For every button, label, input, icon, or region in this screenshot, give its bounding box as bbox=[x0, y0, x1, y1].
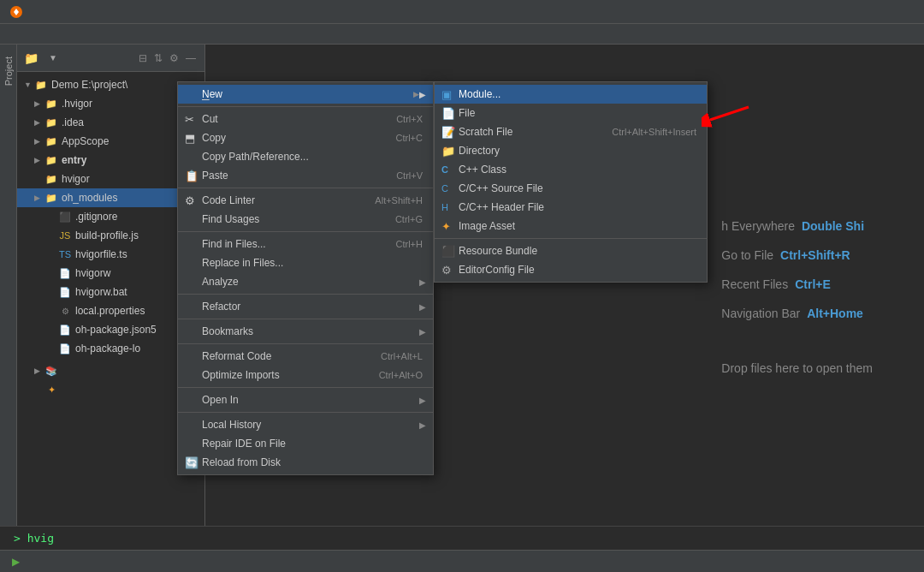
menu-item-copy-path[interactable]: Copy Path/Reference... bbox=[178, 147, 433, 166]
menu-item-replace-in-files[interactable]: Replace in Files... bbox=[178, 253, 433, 272]
menu-tools[interactable] bbox=[113, 33, 125, 36]
menu-window[interactable] bbox=[140, 33, 152, 36]
menu-item-code-linter[interactable]: ⚙ Code Linter Alt+Shift+H bbox=[178, 191, 433, 210]
menu-item-bookmarks-label: Bookmarks bbox=[202, 325, 253, 337]
submenu-item-image-asset-label: Image Asset bbox=[459, 220, 515, 232]
menu-vcs[interactable] bbox=[127, 33, 139, 36]
submenu-item-resource-bundle[interactable]: ⬛ Resource Bundle bbox=[435, 241, 707, 260]
menu-run[interactable] bbox=[99, 33, 111, 36]
context-menu: New ▶ ✂ Cut Ctrl+X ⬒ Copy Ctrl+C Copy Pa… bbox=[177, 81, 434, 475]
menu-item-repair-ide-label: Repair IDE on File bbox=[202, 438, 286, 450]
tree-arrow: ▶ bbox=[34, 137, 44, 146]
submenu-item-file-label: File bbox=[459, 107, 475, 119]
folder-icon: 📁 bbox=[44, 172, 58, 186]
menu-item-local-history[interactable]: Local History ▶ bbox=[178, 415, 433, 434]
menu-item-optimize-imports-label: Optimize Imports bbox=[202, 369, 280, 381]
menu-item-cut-label: Cut bbox=[202, 113, 218, 125]
folder-icon: 📁 bbox=[24, 51, 38, 65]
editor-hints: h Everywhere Double Shi Go to File Ctrl+… bbox=[721, 219, 873, 375]
submenu-item-module[interactable]: ▣ Module... bbox=[435, 85, 707, 104]
submenu-item-cpp-header[interactable]: H C/C++ Header File bbox=[435, 198, 707, 217]
library-icon: 📚 bbox=[44, 364, 58, 378]
find-usages-shortcut: Ctrl+G bbox=[378, 214, 423, 224]
tree-arrow: ▶ bbox=[34, 366, 44, 375]
tree-item-label: local.properties bbox=[75, 305, 145, 317]
tree-item-label: .idea bbox=[62, 116, 84, 128]
bookmarks-arrow: ▶ bbox=[419, 327, 426, 337]
tree-item-label: Demo E:\project\ bbox=[51, 79, 127, 91]
submenu-item-cpp-class[interactable]: C C++ Class bbox=[435, 160, 707, 179]
submenu-item-resource-bundle-label: Resource Bundle bbox=[459, 245, 537, 257]
separator bbox=[178, 106, 433, 107]
menu-item-reformat-label: Reformat Code bbox=[202, 350, 271, 362]
separator bbox=[178, 343, 433, 344]
menu-code[interactable] bbox=[58, 33, 70, 36]
separator bbox=[178, 412, 433, 413]
menu-item-reformat[interactable]: Reformat Code Ctrl+Alt+L bbox=[178, 347, 433, 366]
git-icon: ⬛ bbox=[58, 210, 72, 223]
submenu-item-cpp-source[interactable]: C C/C++ Source File bbox=[435, 179, 707, 198]
project-dropdown-arrow[interactable]: ▼ bbox=[49, 53, 57, 63]
cpp-header-icon: H bbox=[441, 202, 448, 212]
menu-navigate[interactable] bbox=[44, 33, 56, 36]
menu-item-paste[interactable]: 📋 Paste Ctrl+V bbox=[178, 166, 433, 185]
menu-item-analyze[interactable]: Analyze ▶ bbox=[178, 272, 433, 291]
copy-icon: ⬒ bbox=[185, 132, 195, 145]
menu-item-reload-disk-label: Reload from Disk bbox=[202, 456, 281, 468]
hint-nav-text: Navigation Bar bbox=[721, 307, 800, 320]
menu-file[interactable] bbox=[3, 33, 15, 36]
menu-item-repair-ide[interactable]: Repair IDE on File bbox=[178, 434, 433, 453]
project-header-icons: ⊟ ⇅ ⚙ — bbox=[137, 51, 198, 65]
menu-refactor[interactable] bbox=[72, 33, 84, 36]
tree-arrow: ▼ bbox=[24, 80, 34, 89]
menu-item-bookmarks[interactable]: Bookmarks ▶ bbox=[178, 322, 433, 341]
menu-item-copy-label: Copy bbox=[202, 132, 226, 144]
menu-item-cut[interactable]: ✂ Cut Ctrl+X bbox=[178, 110, 433, 128]
submenu-item-image-asset[interactable]: ✦ Image Asset bbox=[435, 217, 707, 235]
menu-item-open-in[interactable]: Open In ▶ bbox=[178, 390, 433, 409]
tree-item-label: entry bbox=[62, 154, 86, 166]
file-icon: 📄 bbox=[58, 266, 72, 280]
folder-icon: 📁 bbox=[44, 116, 58, 129]
filter-icon[interactable]: ⚙ bbox=[168, 51, 181, 65]
menu-item-replace-in-files-label: Replace in Files... bbox=[202, 257, 283, 269]
menu-item-copy[interactable]: ⬒ Copy Ctrl+C bbox=[178, 128, 433, 147]
menu-item-find-in-files[interactable]: Find in Files... Ctrl+H bbox=[178, 235, 433, 253]
hint-recent-text: Recent Files bbox=[721, 277, 788, 291]
local-history-arrow: ▶ bbox=[419, 420, 426, 430]
menu-item-new[interactable]: New ▶ bbox=[178, 85, 433, 104]
submenu-item-scratch-file[interactable]: 📝 Scratch File Ctrl+Alt+Shift+Insert bbox=[435, 122, 707, 141]
title-bar bbox=[0, 0, 924, 24]
sort-icon[interactable]: ⇅ bbox=[152, 51, 164, 65]
menu-build[interactable] bbox=[86, 33, 98, 36]
menu-item-refactor[interactable]: Refactor ▶ bbox=[178, 297, 433, 316]
project-tab-label[interactable]: Project bbox=[2, 53, 15, 89]
close-panel-icon[interactable]: — bbox=[184, 51, 198, 65]
file-icon: 📄 bbox=[58, 323, 72, 337]
cut-shortcut: Ctrl+X bbox=[379, 114, 423, 124]
run-triangle-icon[interactable]: ▶ bbox=[12, 556, 20, 568]
cut-icon: ✂ bbox=[185, 113, 194, 126]
menu-item-analyze-label: Analyze bbox=[202, 276, 239, 288]
submenu-item-editorconfig[interactable]: ⚙ EditorConfig File bbox=[435, 260, 707, 279]
status-bar: ▶ bbox=[0, 550, 924, 572]
directory-icon: 📁 bbox=[441, 145, 455, 158]
tree-item-label: build-profile.js bbox=[75, 229, 139, 241]
tree-arrow: ▶ bbox=[34, 99, 44, 108]
menu-view[interactable] bbox=[31, 33, 43, 36]
collapse-icon[interactable]: ⊟ bbox=[137, 51, 149, 65]
hint-recent-key: Ctrl+E bbox=[795, 277, 831, 291]
menu-edit[interactable] bbox=[17, 33, 29, 36]
menu-item-reload-disk[interactable]: 🔄 Reload from Disk bbox=[178, 453, 433, 472]
hint-recent-files: Recent Files Ctrl+E bbox=[721, 277, 873, 291]
image-asset-icon: ✦ bbox=[441, 220, 451, 233]
submenu-item-directory[interactable]: 📁 Directory bbox=[435, 141, 707, 160]
menu-item-find-usages[interactable]: Find Usages Ctrl+G bbox=[178, 210, 433, 229]
submenu-item-module-label: Module... bbox=[459, 88, 500, 100]
menu-item-optimize-imports[interactable]: Optimize Imports Ctrl+Alt+O bbox=[178, 366, 433, 384]
cpp-class-icon: C bbox=[441, 164, 448, 175]
menu-help[interactable] bbox=[154, 33, 166, 36]
js-icon: JS bbox=[58, 229, 72, 242]
submenu-item-file[interactable]: 📄 File bbox=[435, 104, 707, 122]
hint-goto-key: Ctrl+Shift+R bbox=[780, 248, 850, 262]
